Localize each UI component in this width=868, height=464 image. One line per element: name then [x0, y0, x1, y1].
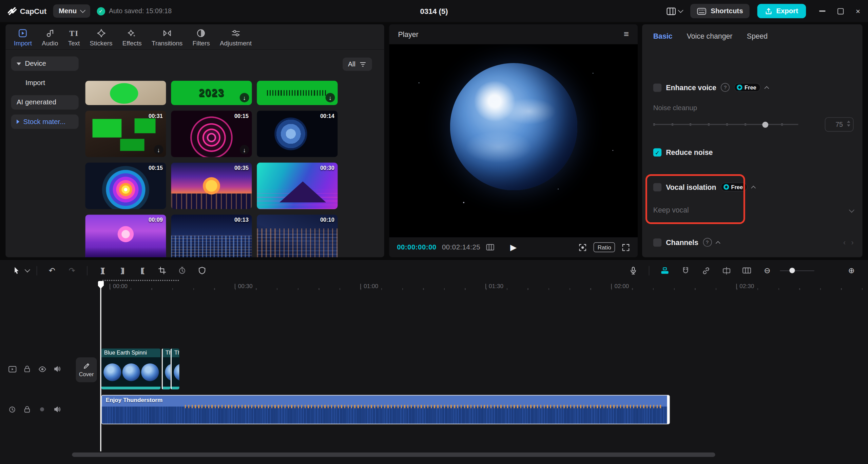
tab-adjustment[interactable]: Adjustment	[216, 27, 256, 47]
zoom-slider-handle[interactable]	[789, 268, 795, 273]
voiceover-mic-button[interactable]	[625, 263, 641, 278]
cover-button[interactable]: Cover	[76, 357, 97, 382]
download-icon[interactable]: ↓	[240, 93, 249, 102]
tab-speed[interactable]: Speed	[747, 32, 768, 40]
fullscreen-icon[interactable]	[622, 243, 630, 251]
value-stepper[interactable]	[847, 121, 850, 127]
video-clip-small-1[interactable]: Th	[162, 348, 171, 389]
freeze-frame-button[interactable]	[174, 263, 190, 278]
player-video[interactable]	[389, 44, 638, 238]
preview-focus-icon[interactable]	[579, 243, 587, 251]
main-track-toggle-icon[interactable]	[8, 364, 17, 373]
video-clip-blue-earth[interactable]: Blue Earth Spinni	[101, 348, 161, 389]
media-thumbnail-retro-tv[interactable]: 00:31 ↓	[85, 110, 166, 157]
tab-voice-changer[interactable]: Voice changer	[687, 32, 732, 40]
noise-cleanup-slider[interactable]	[653, 121, 798, 128]
keep-vocal-select[interactable]: Keep vocal	[653, 206, 854, 214]
tab-import[interactable]: Import	[10, 27, 36, 47]
timeline-zoom-slider[interactable]	[780, 267, 814, 274]
media-thumbnail-2023[interactable]: 2023 ↓	[171, 81, 252, 105]
sidebar-item-ai-generated[interactable]: AI generated	[11, 95, 79, 109]
download-icon[interactable]: ↓	[240, 145, 249, 155]
record-dot-icon[interactable]	[38, 405, 46, 414]
chevron-down-icon[interactable]	[25, 267, 30, 273]
media-thumbnail-city-night[interactable]: 00:13	[171, 215, 252, 257]
help-icon[interactable]: ?	[721, 83, 730, 92]
shortcuts-button[interactable]: Shortcuts	[690, 4, 750, 18]
eye-icon[interactable]	[38, 364, 46, 373]
tab-filters[interactable]: Filters	[189, 27, 214, 47]
timeline-ruler[interactable]: 00:00 00:30 01:00 01:30 02:00 02:30	[72, 281, 868, 293]
media-thumbnail-earth[interactable]: 00:14	[257, 110, 337, 157]
close-button[interactable]: ×	[856, 7, 860, 15]
speaker-icon[interactable]	[53, 405, 61, 414]
maximize-button[interactable]	[837, 8, 844, 14]
main-track-magnet-button[interactable]	[657, 263, 673, 278]
media-thumbnail-synthwave[interactable]: 00:30	[257, 163, 337, 209]
video-clip-small-2[interactable]: Th	[171, 348, 179, 389]
crop-button[interactable]	[154, 263, 170, 278]
zoom-in-button[interactable]: ⊕	[844, 263, 859, 278]
tab-audio[interactable]: Audio	[38, 27, 62, 47]
chevron-up-icon[interactable]	[765, 86, 769, 90]
export-button[interactable]: Export	[757, 4, 806, 18]
play-button[interactable]: ▶	[507, 242, 520, 253]
delete-right-button[interactable]: |[	[135, 263, 150, 278]
media-thumbnail-city-aerial[interactable]: 00:10	[257, 215, 337, 257]
channels-checkbox[interactable]	[653, 238, 661, 246]
slider-handle[interactable]	[762, 121, 768, 127]
media-thumbnail-rainbow-heart[interactable]: 00:15	[85, 163, 166, 209]
frame-preview-icon[interactable]	[486, 244, 494, 251]
playhead[interactable]	[100, 281, 101, 451]
tab-effects[interactable]: Effects	[118, 27, 146, 47]
tab-stickers[interactable]: Stickers	[86, 27, 116, 47]
player-menu-icon[interactable]: ≡	[624, 29, 629, 39]
auto-ripple-button[interactable]	[678, 263, 693, 278]
enhance-voice-checkbox[interactable]	[653, 83, 661, 92]
lock-icon[interactable]	[23, 364, 32, 373]
sidebar-item-import[interactable]: Import	[11, 76, 79, 90]
noise-cleanup-value[interactable]: 75	[825, 117, 854, 132]
download-icon[interactable]: ↓	[154, 145, 163, 155]
channels-nav-arrows[interactable]: ‹›	[843, 238, 853, 246]
split-button[interactable]: ][	[95, 263, 110, 278]
timeline-scrollbar[interactable]	[72, 452, 715, 457]
menu-button[interactable]: Menu	[53, 4, 90, 18]
media-thumbnail-palms[interactable]: 00:09	[85, 215, 166, 257]
free-diamond-icon	[737, 85, 742, 90]
media-thumbnail-sunset-city[interactable]: 00:35	[171, 163, 252, 209]
tab-text[interactable]: TI Text	[64, 27, 83, 47]
tab-basic[interactable]: Basic	[653, 32, 673, 40]
select-tool-button[interactable]	[9, 263, 24, 278]
media-thumbnail-waveform[interactable]: ↓	[257, 81, 337, 105]
speaker-icon[interactable]	[53, 364, 61, 373]
redo-button[interactable]: ↷	[64, 263, 80, 278]
mask-button[interactable]	[194, 263, 210, 278]
media-thumbnail-green-hand[interactable]	[85, 81, 166, 105]
overlap-split-button[interactable]	[718, 263, 734, 278]
delete-left-button[interactable]: ]|	[115, 263, 130, 278]
audio-clip-thunderstorm[interactable]: Enjoy Thunderstorm	[101, 395, 670, 424]
sidebar-item-device[interactable]: Device	[11, 56, 79, 70]
tab-transitions[interactable]: Transitions	[148, 27, 187, 47]
ratio-button[interactable]: Ratio	[594, 242, 615, 252]
layout-toggle-button[interactable]	[667, 7, 682, 15]
download-icon[interactable]: ↓	[326, 93, 335, 102]
undo-button[interactable]: ↶	[44, 263, 60, 278]
chevron-up-icon[interactable]	[751, 185, 756, 190]
main-track-icon	[660, 266, 669, 275]
preview-axis-button[interactable]	[739, 263, 755, 278]
link-button[interactable]	[698, 263, 714, 278]
chevron-up-icon[interactable]	[715, 241, 720, 245]
media-thumbnail-pink-heart[interactable]: 00:15 ↓	[171, 110, 252, 157]
reduce-noise-checkbox[interactable]	[653, 148, 661, 156]
zoom-out-button[interactable]: ⊖	[759, 263, 775, 278]
vocal-isolation-checkbox[interactable]	[653, 183, 661, 191]
clip-trim-handle[interactable]	[667, 395, 670, 424]
help-icon[interactable]: ?	[703, 238, 712, 247]
sidebar-item-stock-material[interactable]: Stock mater...	[11, 115, 79, 129]
clock-icon[interactable]	[8, 405, 17, 414]
minimize-button[interactable]	[819, 11, 825, 11]
lock-icon[interactable]	[23, 405, 32, 414]
filter-all-button[interactable]: All	[343, 58, 372, 71]
